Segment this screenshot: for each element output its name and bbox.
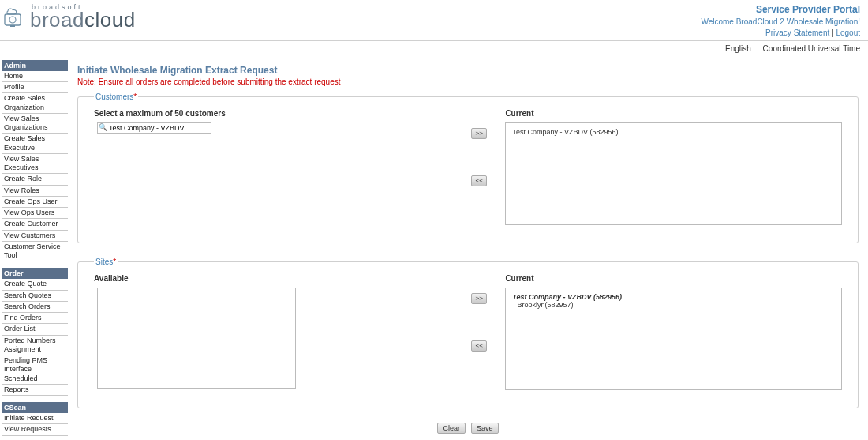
sites-move-left-button[interactable]: << [471, 340, 487, 352]
clear-button[interactable]: Clear [437, 423, 466, 434]
nav-create-ops-user[interactable]: Create Ops User [2, 197, 68, 208]
nav-group-cscan: CScan [2, 402, 68, 413]
main-content: Initiate Wholesale Migration Extract Req… [68, 58, 868, 440]
sites-move-right-button[interactable]: >> [471, 293, 487, 304]
list-item-sub[interactable]: Brooklyn(582957) [512, 301, 835, 309]
save-button[interactable]: Save [471, 423, 499, 434]
sites-current-label: Current [505, 274, 842, 283]
customers-legend: Customers* [94, 92, 138, 101]
nav-view-customers[interactable]: View Customers [2, 231, 68, 242]
nav-create-sales-exec[interactable]: Create Sales Executive [2, 134, 68, 154]
nav-view-requests[interactable]: View Requests [2, 424, 68, 435]
list-item-head[interactable]: Test Company - VZBDV (582956) [512, 293, 835, 301]
customers-fieldset: Customers* Select a maximum of 50 custom… [77, 92, 859, 243]
nav-pending-pms[interactable]: Pending PMS Interface Scheduled [2, 355, 68, 385]
nav-ported-numbers[interactable]: Ported Numbers Assignment [2, 336, 68, 356]
page-title: Initiate Wholesale Migration Extract Req… [77, 65, 859, 76]
nav-profile[interactable]: Profile [2, 82, 68, 93]
customer-search-input[interactable] [97, 122, 211, 134]
header-right: Service Provider Portal Welcome BroadClo… [701, 3, 860, 39]
customers-move-left-button[interactable]: << [471, 175, 487, 186]
nav-search-quotes[interactable]: Search Quotes [2, 291, 68, 302]
brand-name-bold: cloud [84, 8, 136, 32]
nav-create-customer[interactable]: Create Customer [2, 219, 68, 230]
sites-legend: Sites* [94, 258, 118, 266]
nav-reports[interactable]: Reports [2, 385, 68, 396]
brand-logo: broadsoft broadcloud [3, 3, 136, 32]
language-selector[interactable]: English [725, 44, 751, 53]
nav-view-ops-users[interactable]: View Ops Users [2, 208, 68, 219]
customers-current-label: Current [505, 109, 842, 118]
nav-view-roles[interactable]: View Roles [2, 186, 68, 197]
nav-view-sales-execs[interactable]: View Sales Executives [2, 154, 68, 175]
nav-group-order: Order [2, 268, 68, 279]
sub-bar: English Coordinated Universal Time [0, 41, 868, 58]
nav-customer-service-tool[interactable]: Customer Service Tool [2, 242, 68, 262]
svg-rect-2 [10, 25, 15, 27]
brand-name-pre: broad [30, 8, 84, 32]
nav-order-list[interactable]: Order List [2, 324, 68, 335]
sidebar: Admin Home Profile Create Sales Organiza… [0, 58, 68, 440]
nav-create-role[interactable]: Create Role [2, 174, 68, 185]
customers-current-listbox[interactable]: Test Company - VZBDV (582956) [505, 122, 842, 225]
privacy-link[interactable]: Privacy Statement [765, 28, 829, 37]
cloud-monitor-icon [3, 8, 25, 28]
portal-title: Service Provider Portal [701, 3, 860, 17]
sites-current-listbox[interactable]: Test Company - VZBDV (582956) Brooklyn(5… [505, 288, 842, 390]
nav-group-admin: Admin [2, 60, 68, 71]
nav-view-sales-orgs[interactable]: View Sales Organizations [2, 114, 68, 134]
customers-select-label: Select a maximum of 50 customers [94, 109, 453, 118]
timezone-selector[interactable]: Coordinated Universal Time [763, 44, 860, 53]
sites-fieldset: Sites* Available >> << Current Test Comp… [77, 258, 859, 408]
sites-available-label: Available [94, 274, 453, 283]
header: broadsoft broadcloud Service Provider Po… [0, 0, 868, 41]
nav-search-orders[interactable]: Search Orders [2, 302, 68, 313]
nav-home[interactable]: Home [2, 71, 68, 82]
nav-create-quote[interactable]: Create Quote [2, 279, 68, 290]
svg-rect-0 [5, 14, 21, 25]
nav-create-sales-org[interactable]: Create Sales Organization [2, 93, 68, 114]
logout-link[interactable]: Logout [836, 28, 860, 37]
customers-move-right-button[interactable]: >> [471, 128, 487, 139]
nav-find-orders[interactable]: Find Orders [2, 313, 68, 324]
nav-initiate-request[interactable]: Initiate Request [2, 413, 68, 424]
welcome-message: Welcome BroadCloud 2 Wholesale Migration… [701, 17, 860, 28]
list-item[interactable]: Test Company - VZBDV (582956) [512, 128, 835, 136]
warning-note: Note: Ensure all orders are completed be… [77, 77, 859, 86]
svg-point-1 [9, 17, 16, 23]
sites-available-listbox[interactable] [97, 288, 296, 389]
form-actions: Clear Save [77, 423, 859, 434]
